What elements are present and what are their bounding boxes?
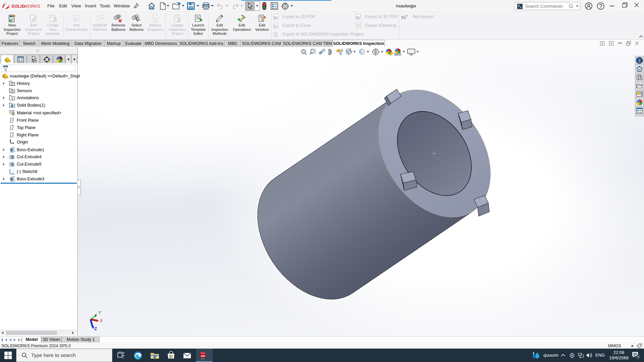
svg-text:1: 1 [118,15,120,18]
svg-text:2024: 2024 [201,358,205,360]
svg-text:1: 1 [154,16,155,19]
svg-text:SOLID: SOLID [11,4,25,9]
svg-text:1: 1 [135,15,137,19]
svg-text:4: 4 [637,355,639,358]
svg-text:PDF: PDF [356,17,360,19]
svg-text:Y: Y [98,310,101,315]
svg-text:A: A [339,52,342,56]
svg-text:Z: Z [94,326,97,330]
svg-text:X: X [100,318,103,323]
svg-text:1: 1 [101,16,102,19]
svg-text:ni: ni [401,14,406,20]
svg-text:3: 3 [156,18,157,21]
svg-text:PDF: PDF [273,17,277,19]
svg-text:3DE: 3DE [638,62,641,63]
svg-text:2: 2 [153,19,155,22]
svg-text:WORKS: WORKS [24,4,40,9]
svg-text:A: A [11,97,13,100]
